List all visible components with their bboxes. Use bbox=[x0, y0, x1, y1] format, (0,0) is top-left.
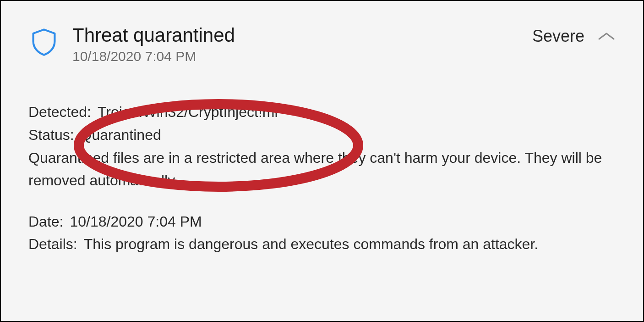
header-text: Threat quarantined 10/18/2020 7:04 PM bbox=[72, 24, 532, 64]
details-label: Details: bbox=[28, 233, 77, 256]
threat-header[interactable]: Threat quarantined 10/18/2020 7:04 PM Se… bbox=[1, 1, 643, 83]
threat-timestamp: 10/18/2020 7:04 PM bbox=[72, 49, 532, 64]
threat-title: Threat quarantined bbox=[72, 24, 532, 47]
date-label: Date: bbox=[28, 211, 63, 233]
severity-group: Severe bbox=[532, 27, 616, 46]
quarantine-description: Quarantined files are in a restricted ar… bbox=[28, 147, 616, 192]
detected-value: Trojan:Win32/CryptInject!ml bbox=[98, 101, 616, 124]
status-row: Status: Quarantined bbox=[28, 124, 616, 147]
status-label: Status: bbox=[28, 124, 74, 147]
details-row: Details: This program is dangerous and e… bbox=[28, 233, 616, 256]
details-value: This program is dangerous and executes c… bbox=[84, 233, 616, 256]
shield-icon bbox=[28, 27, 60, 58]
threat-panel: Threat quarantined 10/18/2020 7:04 PM Se… bbox=[0, 0, 644, 322]
detected-row: Detected: Trojan:Win32/CryptInject!ml bbox=[28, 101, 616, 124]
date-value: 10/18/2020 7:04 PM bbox=[70, 211, 616, 233]
detected-label: Detected: bbox=[28, 101, 91, 124]
date-row: Date: 10/18/2020 7:04 PM bbox=[28, 211, 616, 233]
threat-body: Detected: Trojan:Win32/CryptInject!ml St… bbox=[1, 83, 643, 274]
status-value: Quarantined bbox=[81, 124, 616, 147]
severity-label: Severe bbox=[532, 27, 584, 46]
chevron-up-icon[interactable] bbox=[597, 31, 616, 42]
